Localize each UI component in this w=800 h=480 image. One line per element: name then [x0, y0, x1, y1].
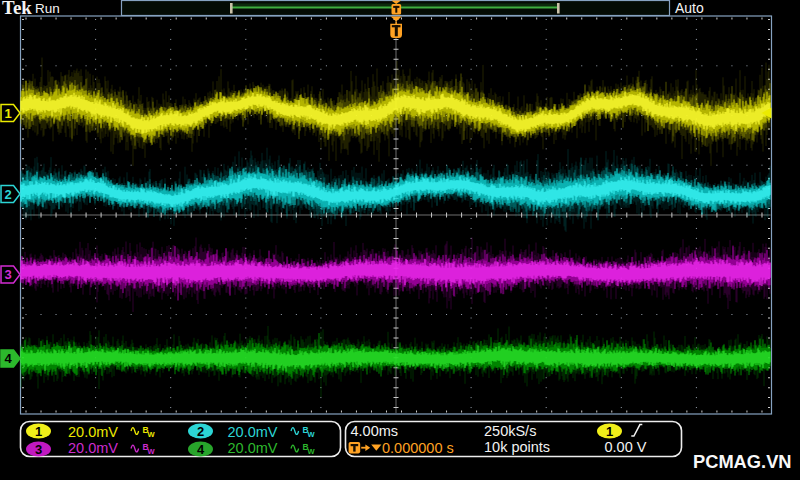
svg-text:1: 1	[4, 106, 11, 121]
svg-text:3: 3	[4, 267, 11, 282]
svg-text:2: 2	[197, 424, 204, 439]
svg-text:Run: Run	[35, 1, 60, 16]
svg-text:W: W	[147, 447, 155, 456]
svg-text:250kS/s: 250kS/s	[484, 423, 536, 439]
svg-text:2: 2	[4, 187, 11, 202]
svg-text:20.0mV: 20.0mV	[228, 440, 278, 456]
svg-text:1: 1	[35, 424, 42, 439]
svg-text:Auto: Auto	[675, 0, 704, 16]
svg-text:W: W	[147, 430, 155, 439]
svg-text:3: 3	[35, 442, 42, 457]
svg-text:PCMAG.VN: PCMAG.VN	[693, 451, 792, 472]
svg-text:20.0mV: 20.0mV	[228, 424, 278, 440]
svg-text:10k points: 10k points	[484, 439, 550, 455]
svg-text:4.00ms: 4.00ms	[351, 423, 399, 439]
svg-text:20.0mV: 20.0mV	[68, 424, 118, 440]
svg-text:1: 1	[606, 424, 613, 439]
svg-text:W: W	[307, 430, 315, 439]
svg-text:0.000000 s: 0.000000 s	[382, 440, 454, 456]
svg-text:4: 4	[197, 442, 205, 457]
svg-text:0.00 V: 0.00 V	[605, 439, 647, 455]
svg-text:W: W	[307, 447, 315, 456]
svg-text:20.0mV: 20.0mV	[68, 440, 118, 456]
svg-text:4: 4	[4, 351, 12, 366]
svg-text:Tek: Tek	[2, 0, 32, 18]
